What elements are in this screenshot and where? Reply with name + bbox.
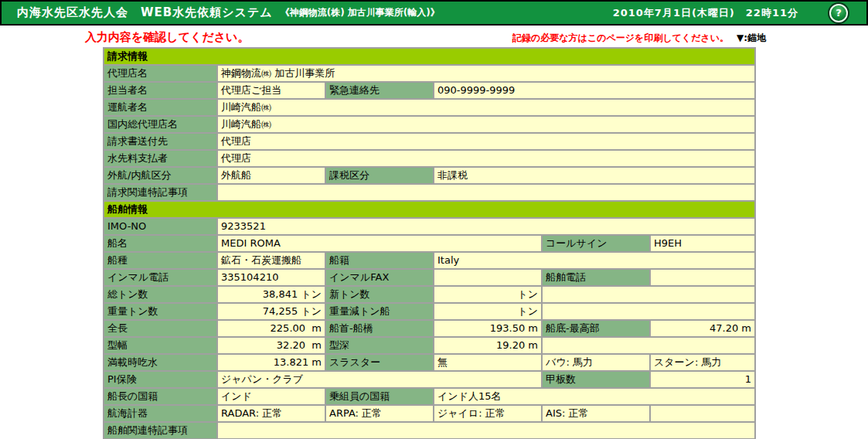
- field-label: 乗組員の国籍: [325, 388, 434, 405]
- section-title: 船舶情報: [104, 201, 755, 218]
- field-label: 重量減トン船: [325, 303, 434, 320]
- field-label: 水先料支払者: [104, 150, 217, 167]
- table-row: 国内総代理店名川崎汽船㈱: [104, 116, 755, 133]
- titlebar-right: 2010年7月1日(木曜日) 22時11分 ?: [613, 4, 860, 22]
- field-value: [217, 422, 755, 439]
- notice-right: 記録の必要な方はこのページを印刷してください。 ▼:錨地: [512, 32, 766, 45]
- field-label: 型深: [325, 337, 434, 354]
- field-label: コールサイン: [542, 235, 650, 252]
- field-value: 1: [650, 371, 755, 388]
- field-value: 335104210: [217, 269, 325, 286]
- table-row: 船種鉱石・石炭運搬船船籍Italy: [104, 252, 755, 269]
- field-label: 国内総代理店名: [104, 116, 217, 133]
- field-label: インマルFAX: [325, 269, 434, 286]
- field-value: 090-9999-9999: [434, 82, 755, 99]
- notice-line: 入力内容を確認してください。 記録の必要な方はこのページを印刷してください。 ▼…: [85, 30, 766, 45]
- app-subtitle: 《神鋼物流(株) 加古川事業所(輸入)》: [281, 6, 440, 19]
- field-value: AIS: 正常: [542, 405, 650, 422]
- field-label: 請求書送付先: [104, 133, 217, 150]
- field-value: 74,255 トン: [217, 303, 325, 320]
- field-label: 運航者名: [104, 99, 217, 116]
- field-label: 代理店名: [104, 65, 217, 82]
- field-value: 川崎汽船㈱: [217, 99, 755, 116]
- field-value: 代理店ご担当: [217, 82, 325, 99]
- field-label: 船名: [104, 235, 217, 252]
- print-instruction: 記録の必要な方はこのページを印刷してください。: [512, 32, 729, 45]
- field-label: 満載時吃水: [104, 354, 217, 371]
- field-value: ARPA: 正常: [325, 405, 434, 422]
- table-row: 総トン数38,841 トン新トン数トン: [104, 286, 755, 303]
- table-row: 船舶関連特記事項: [104, 422, 755, 439]
- titlebar-left: 内海水先区水先人会 WEB水先依頼システム 《神鋼物流(株) 加古川事業所(輸入…: [17, 5, 440, 20]
- field-label: 重量トン数: [104, 303, 217, 320]
- field-value: 193.50 m: [434, 320, 542, 337]
- app-titlebar: 内海水先区水先人会 WEB水先依頼システム 《神鋼物流(株) 加古川事業所(輸入…: [0, 0, 868, 26]
- table-row: 航海計器RADAR: 正常ARPA: 正常ジャイロ: 正常AIS: 正常: [104, 405, 755, 422]
- field-value: 代理店: [217, 150, 755, 167]
- help-icon[interactable]: ?: [829, 4, 848, 22]
- section-title: 請求情報: [104, 48, 755, 65]
- field-label: 船舶関連特記事項: [104, 422, 217, 439]
- table-row: 運航者名川崎汽船㈱: [104, 99, 755, 116]
- field-label: PI保険: [104, 371, 217, 388]
- field-value: 38,841 トン: [217, 286, 325, 303]
- field-value: スターン: 馬力: [650, 354, 755, 371]
- field-label: 型幅: [104, 337, 217, 354]
- table-row: 全長225.00 m船首-船橋193.50 m船底-最高部47.20 m: [104, 320, 755, 337]
- field-value: 非課税: [434, 167, 755, 184]
- table-row: 満載時吃水13.821 mスラスター無バウ: 馬力スターン: 馬力: [104, 354, 755, 371]
- field-label: 船籍: [325, 252, 434, 269]
- field-value: 代理店: [217, 133, 755, 150]
- field-value: 32.20 m: [217, 337, 325, 354]
- field-value: RADAR: 正常: [217, 405, 325, 422]
- table-row: 担当者名代理店ご担当緊急連絡先090-9999-9999: [104, 82, 755, 99]
- app-title: 内海水先区水先人会 WEB水先依頼システム: [17, 5, 273, 20]
- field-value: 19.20 m: [434, 337, 542, 354]
- field-value: ジャパン・クラブ: [217, 371, 542, 388]
- table-row: 重量トン数74,255 トン重量減トン船トン: [104, 303, 755, 320]
- field-value: MEDI ROMA: [217, 235, 542, 252]
- field-value: [542, 286, 755, 303]
- table-row: 船名MEDI ROMAコールサインH9EH: [104, 235, 755, 252]
- table-row: PI保険ジャパン・クラブ甲板数1: [104, 371, 755, 388]
- field-label: 船種: [104, 252, 217, 269]
- field-label: 甲板数: [542, 371, 650, 388]
- field-label: スラスター: [325, 354, 434, 371]
- field-value: H9EH: [650, 235, 755, 252]
- field-value: 13.821 m: [217, 354, 325, 371]
- field-value: [542, 303, 755, 320]
- section-header-row: 請求情報: [104, 48, 755, 65]
- field-label: 担当者名: [104, 82, 217, 99]
- field-label: 船首-船橋: [325, 320, 434, 337]
- table-row: 水先料支払者代理店: [104, 150, 755, 167]
- field-value: [542, 337, 755, 354]
- field-value: バウ: 馬力: [542, 354, 650, 371]
- field-value: インド人15名: [434, 388, 755, 405]
- field-label: 課税区分: [325, 167, 434, 184]
- field-label: 航海計器: [104, 405, 217, 422]
- field-value: [217, 184, 755, 201]
- datetime-display: 2010年7月1日(木曜日) 22時11分: [613, 6, 798, 20]
- confirmation-table: 請求情報代理店名神鋼物流㈱ 加古川事業所担当者名代理店ご担当緊急連絡先090-9…: [103, 47, 756, 439]
- table-row: 請求関連特記事項: [104, 184, 755, 201]
- field-label: 船底-最高部: [542, 320, 650, 337]
- confirm-message: 入力内容を確認してください。: [85, 30, 249, 45]
- field-value: 鉱石・石炭運搬船: [217, 252, 325, 269]
- field-value: [650, 405, 755, 422]
- table-row: 型幅32.20 m型深19.20 m: [104, 337, 755, 354]
- field-value: 川崎汽船㈱: [217, 116, 755, 133]
- anchor-legend: ▼:錨地: [737, 32, 766, 45]
- table-row: 外航/内航区分外航船課税区分非課税: [104, 167, 755, 184]
- table-row: IMO-NO9233521: [104, 218, 755, 235]
- field-label: 全長: [104, 320, 217, 337]
- field-label: 総トン数: [104, 286, 217, 303]
- field-value: 9233521: [217, 218, 755, 235]
- field-label: 船舶電話: [542, 269, 650, 286]
- table-row: 船長の国籍インド乗組員の国籍インド人15名: [104, 388, 755, 405]
- field-label: IMO-NO: [104, 218, 217, 235]
- field-label: 船長の国籍: [104, 388, 217, 405]
- field-value: ジャイロ: 正常: [434, 405, 542, 422]
- table-row: 代理店名神鋼物流㈱ 加古川事業所: [104, 65, 755, 82]
- table-row: 請求書送付先代理店: [104, 133, 755, 150]
- field-value: 外航船: [217, 167, 325, 184]
